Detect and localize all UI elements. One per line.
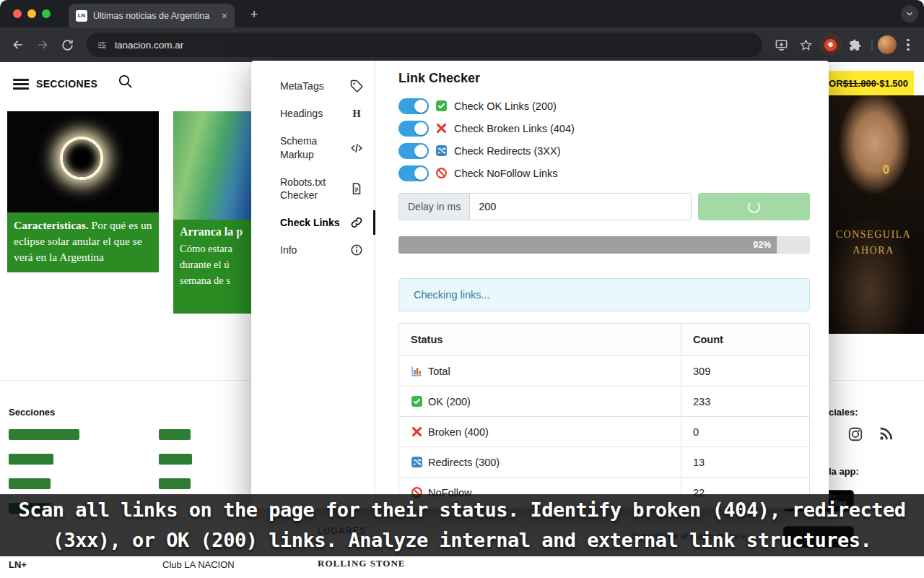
weather-article-title[interactable]: Arranca la p Cómo estara durante el ú se… bbox=[173, 220, 253, 314]
install-app-icon[interactable] bbox=[771, 34, 793, 56]
footer-link[interactable] bbox=[9, 478, 51, 489]
document-icon bbox=[350, 182, 363, 195]
tab-strip: LN Últimas noticias de Argentina × + bbox=[0, 0, 924, 27]
caption-line-1: Scan all links on the page for their sta… bbox=[19, 495, 906, 525]
shuffle-icon bbox=[411, 456, 423, 468]
rss-icon[interactable] bbox=[878, 426, 894, 442]
sidebar-item-metatags[interactable]: MetaTags bbox=[251, 72, 375, 100]
article-title-line: Cómo estara bbox=[180, 241, 246, 257]
url-bar[interactable]: lanacion.com.ar bbox=[87, 33, 762, 57]
weather-article-image[interactable] bbox=[173, 111, 253, 220]
reload-icon[interactable] bbox=[56, 34, 78, 56]
footer-link[interactable] bbox=[159, 429, 191, 440]
tab-close-icon[interactable]: × bbox=[222, 11, 227, 21]
socials-label: ciales: bbox=[829, 407, 858, 418]
count-column-header: Count bbox=[681, 324, 810, 356]
green-check-icon bbox=[411, 395, 423, 407]
toggle-nofollow[interactable] bbox=[398, 165, 429, 181]
table-row-total: Total 309 bbox=[399, 356, 810, 387]
status-column-header: Status bbox=[399, 324, 681, 356]
red-x-icon bbox=[435, 122, 448, 134]
promo-old-price: $11.800 bbox=[843, 78, 876, 89]
sidebar-item-headings[interactable]: Headings H bbox=[251, 100, 375, 127]
site-settings-icon[interactable] bbox=[97, 40, 108, 51]
row-label: Broken (400) bbox=[428, 426, 489, 438]
forward-icon[interactable] bbox=[32, 34, 53, 56]
brand-rolling-stone[interactable]: ROLLING STONE bbox=[318, 558, 406, 569]
task-caption-overlay: Scan all links on the page for their sta… bbox=[0, 494, 924, 556]
sidebar-item-check-links[interactable]: Check Links bbox=[251, 209, 375, 236]
site-favicon: LN bbox=[76, 10, 87, 22]
toggle-row-broken-links: Check Broken Links (404) bbox=[398, 117, 810, 139]
browser-menu-icon[interactable] bbox=[899, 34, 917, 56]
sidebar-item-info[interactable]: Info bbox=[251, 236, 375, 264]
new-tab-button[interactable]: + bbox=[245, 6, 263, 23]
toggle-redirects[interactable] bbox=[398, 143, 429, 159]
brand-ln-plus[interactable]: LN+ bbox=[9, 559, 27, 570]
sidebar-item-label: Info bbox=[280, 243, 297, 256]
sidebar-item-schema-markup[interactable]: Schema Markup bbox=[251, 127, 375, 168]
results-table: Status Count Total 309 OK (200) 233 Brok… bbox=[398, 323, 810, 508]
sidebar-item-label: Check Links bbox=[280, 216, 339, 229]
menu-hamburger-icon[interactable] bbox=[13, 79, 29, 90]
search-icon[interactable] bbox=[117, 73, 134, 90]
popup-main-panel: Link Checker Check OK Links (200) Check … bbox=[375, 61, 829, 509]
row-count: 13 bbox=[681, 447, 810, 478]
extensions-puzzle-icon[interactable] bbox=[845, 34, 866, 56]
zoom-window-button[interactable] bbox=[42, 9, 51, 18]
eclipse-article-image[interactable] bbox=[7, 111, 159, 212]
extension-logo-icon bbox=[824, 39, 837, 51]
table-row-ok: OK (200) 233 bbox=[399, 387, 810, 417]
footer-link[interactable] bbox=[159, 478, 191, 489]
toggle-ok-links[interactable] bbox=[398, 98, 429, 114]
tag-icon bbox=[350, 79, 363, 92]
minimize-window-button[interactable] bbox=[27, 9, 36, 18]
table-row-broken: Broken (400) 0 bbox=[399, 417, 810, 447]
instagram-icon[interactable] bbox=[847, 426, 863, 442]
delay-input[interactable] bbox=[469, 193, 692, 220]
eclipse-article-title[interactable]: Características. Por qué es un eclipse s… bbox=[7, 212, 159, 272]
app-label: la app: bbox=[829, 466, 859, 477]
progress-percent: 92% bbox=[753, 240, 771, 250]
close-window-button[interactable] bbox=[13, 9, 22, 18]
loading-spinner-icon bbox=[748, 201, 760, 213]
back-icon[interactable] bbox=[7, 34, 29, 56]
tab-search-chevron-icon[interactable] bbox=[901, 5, 918, 22]
toggle-row-nofollow: Check NoFollow Links bbox=[398, 162, 810, 184]
sidebar-item-label: Headings bbox=[280, 107, 323, 120]
link-checker-extension-icon[interactable] bbox=[820, 34, 842, 56]
toggle-broken-links[interactable] bbox=[398, 121, 429, 137]
toolbar-divider: | bbox=[871, 38, 873, 51]
secciones-menu-label[interactable]: SECCIONES bbox=[36, 78, 97, 90]
no-entry-icon bbox=[435, 167, 448, 179]
bar-chart-icon bbox=[411, 365, 423, 377]
delay-label: Delay in ms bbox=[398, 193, 469, 220]
article-title-line: durante el ú bbox=[180, 257, 246, 273]
svg-text:H: H bbox=[352, 108, 360, 119]
link-checker-popup: MetaTags Headings H Schema Markup Robots… bbox=[251, 61, 829, 509]
browser-tab[interactable]: LN Últimas noticias de Argentina × bbox=[69, 4, 235, 27]
progress-fill: 92% bbox=[398, 236, 777, 254]
row-count: 0 bbox=[681, 417, 810, 447]
delay-row: Delay in ms bbox=[398, 193, 810, 220]
toggle-label: Check NoFollow Links bbox=[454, 168, 557, 179]
sidebar-item-label: Schema Markup bbox=[280, 134, 344, 160]
heading-icon: H bbox=[350, 107, 363, 120]
footer-sections-title: Secciones bbox=[9, 407, 55, 418]
bookmark-star-icon[interactable] bbox=[796, 34, 817, 56]
tab-title: Últimas noticias de Argentina bbox=[93, 11, 216, 21]
footer-link[interactable] bbox=[159, 454, 192, 465]
status-message-box: Checking links... bbox=[398, 278, 810, 311]
footer-link[interactable] bbox=[9, 454, 53, 465]
footer-link[interactable] bbox=[9, 429, 79, 440]
toggle-label: Check Broken Links (404) bbox=[454, 123, 575, 134]
check-links-button[interactable] bbox=[698, 193, 810, 220]
sidebar-item-robots-checker[interactable]: Robots.txt Checker bbox=[251, 168, 375, 209]
profile-avatar[interactable] bbox=[878, 35, 897, 54]
article-title-line: semana de s bbox=[180, 273, 246, 289]
window-controls bbox=[13, 9, 51, 18]
url-text: lanacion.com.ar bbox=[115, 40, 183, 51]
toggle-row-redirects: Check Redirects (3XX) bbox=[398, 139, 810, 162]
brand-club-lanacion[interactable]: Club LA NACION bbox=[162, 559, 235, 570]
article-title-lead: Características. bbox=[14, 219, 89, 231]
